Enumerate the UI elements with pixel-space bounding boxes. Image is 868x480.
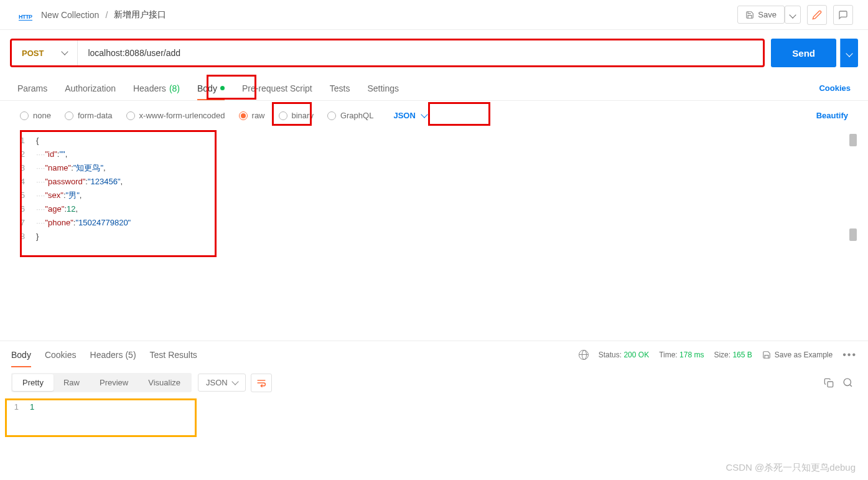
tab-authorization[interactable]: Authorization xyxy=(65,77,116,100)
view-pretty[interactable]: Pretty xyxy=(12,374,54,391)
view-preview[interactable]: Preview xyxy=(90,374,138,391)
scrollbar-thumb[interactable] xyxy=(849,134,857,146)
response-content: 1 xyxy=(30,402,34,412)
wrap-icon xyxy=(256,379,266,387)
tab-prerequest[interactable]: Pre-request Script xyxy=(242,77,312,100)
save-icon xyxy=(745,11,754,19)
tab-params[interactable]: Params xyxy=(17,77,47,100)
editor-line: 3····"name":"知更鸟", xyxy=(11,161,857,175)
beautify-link[interactable]: Beautify xyxy=(816,111,848,120)
time-label: Time: 178 ms xyxy=(659,351,704,359)
body-type-graphql[interactable]: GraphQL xyxy=(327,111,373,120)
response-tab-headers[interactable]: Headers (5) xyxy=(90,342,136,367)
wrap-lines-button[interactable] xyxy=(251,374,272,392)
response-tab-cookies[interactable]: Cookies xyxy=(45,342,77,367)
response-body[interactable]: 1 1 xyxy=(5,400,863,414)
chevron-down-icon xyxy=(231,378,238,385)
body-type-formdata[interactable]: form-data xyxy=(65,111,113,120)
save-example-button[interactable]: Save as Example xyxy=(762,351,833,359)
http-icon xyxy=(19,11,35,19)
editor-line: 2····"id":"", xyxy=(11,148,857,161)
editor-line: 7····"phone":"15024779820" xyxy=(11,216,857,230)
more-icon[interactable]: ••• xyxy=(842,349,857,360)
chevron-down-icon xyxy=(62,48,68,55)
method-label: POST xyxy=(22,49,44,58)
tab-headers[interactable]: Headers (8) xyxy=(133,77,180,100)
modified-dot-icon xyxy=(220,86,225,90)
cookies-link[interactable]: Cookies xyxy=(819,83,851,93)
send-dropdown[interactable] xyxy=(840,39,858,67)
line-number: 1 xyxy=(5,402,30,412)
url-input[interactable] xyxy=(88,48,753,58)
search-icon xyxy=(842,377,853,388)
method-dropdown[interactable]: POST xyxy=(12,40,78,65)
view-visualize[interactable]: Visualize xyxy=(138,374,190,391)
crumb-collection[interactable]: New Collection xyxy=(41,10,99,20)
chevron-down-icon xyxy=(789,11,796,18)
highlight-box xyxy=(428,102,490,126)
status-label: Status: 200 OK xyxy=(599,351,649,359)
comment-button[interactable] xyxy=(833,5,853,25)
breadcrumb: New Collection / 新增用户接口 xyxy=(19,9,166,21)
body-type-raw[interactable]: raw xyxy=(239,111,265,120)
headers-count: (8) xyxy=(169,83,180,93)
tab-tests[interactable]: Tests xyxy=(330,77,350,100)
save-button[interactable]: Save xyxy=(737,6,785,24)
body-type-binary[interactable]: binary xyxy=(279,111,314,120)
save-icon xyxy=(762,351,771,359)
svg-point-2 xyxy=(844,379,851,385)
editor-line: 4····"password":"123456", xyxy=(11,175,857,189)
response-format-dropdown[interactable]: JSON xyxy=(198,374,246,392)
body-type-urlencoded[interactable]: x-www-form-urlencoded xyxy=(126,111,225,120)
copy-button[interactable] xyxy=(819,374,838,392)
response-tab-body[interactable]: Body xyxy=(11,342,31,367)
chevron-down-icon xyxy=(846,50,852,57)
globe-icon[interactable] xyxy=(579,350,589,360)
crumb-request: 新增用户接口 xyxy=(114,9,166,21)
edit-button[interactable] xyxy=(807,5,827,25)
content-type-dropdown[interactable]: JSON xyxy=(387,108,432,123)
tab-settings[interactable]: Settings xyxy=(367,77,399,100)
pencil-icon xyxy=(812,10,822,20)
svg-line-3 xyxy=(849,385,851,387)
request-body-editor[interactable]: 1{2····"id":"",3····"name":"知更鸟",4····"p… xyxy=(11,130,857,247)
editor-line: 6····"age":12, xyxy=(11,202,857,216)
editor-line: 1{ xyxy=(11,134,857,148)
request-url-bar: POST xyxy=(10,39,765,67)
crumb-separator: / xyxy=(105,10,108,20)
view-raw[interactable]: Raw xyxy=(54,374,90,391)
scrollbar-thumb[interactable] xyxy=(849,228,857,241)
comment-icon xyxy=(838,10,848,20)
body-type-none[interactable]: none xyxy=(20,111,51,120)
chevron-down-icon xyxy=(421,111,427,118)
response-tab-test-results[interactable]: Test Results xyxy=(150,342,197,367)
svg-rect-1 xyxy=(828,382,833,387)
copy-icon xyxy=(824,378,834,388)
editor-line: 5····"sex":"男", xyxy=(11,189,857,202)
watermark: CSDN @杀死一只知更鸟debug xyxy=(726,462,856,474)
send-button[interactable]: Send xyxy=(771,39,836,67)
tab-body[interactable]: Body xyxy=(197,77,225,100)
save-label: Save xyxy=(758,10,777,19)
size-label: Size: 165 B xyxy=(714,351,752,359)
search-button[interactable] xyxy=(838,374,857,392)
response-headers-count: (5) xyxy=(125,350,136,360)
editor-line: 8} xyxy=(11,230,857,243)
save-dropdown[interactable] xyxy=(785,6,801,24)
